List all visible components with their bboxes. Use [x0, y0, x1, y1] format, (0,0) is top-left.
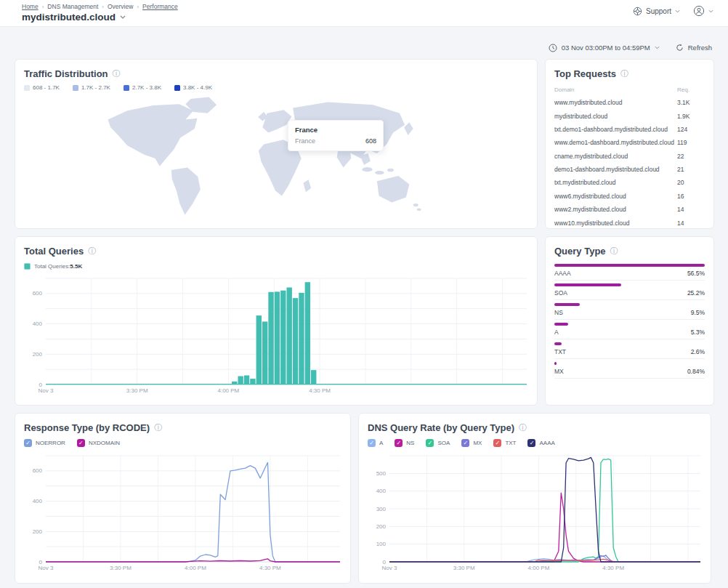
row-domain: txt.demo1-dashboard.mydistributed.cloud [554, 126, 677, 133]
svg-text:600: 600 [33, 290, 43, 297]
column-domain: Domain [554, 86, 677, 93]
legend-label: NXDOMAIN [89, 440, 120, 446]
checkbox-checked-icon: ✓ [77, 439, 85, 447]
legend-label: TXT [505, 440, 516, 446]
filters-toolbar: 03 Nov 03:00PM to 04:59PM Refresh [0, 27, 728, 59]
info-icon[interactable]: ⓘ [88, 247, 96, 255]
table-row: www.mydistributed.cloud3.1K [554, 96, 705, 109]
legend-label: SOA [437, 440, 450, 446]
card-title: Traffic Distribution [24, 68, 108, 79]
query-type-percent: 2.6% [691, 348, 705, 355]
query-rate-legend-item[interactable]: ✓MX [461, 439, 482, 447]
legend-label: A [379, 440, 383, 446]
query-rate-legend-item[interactable]: ✓AAAA [527, 439, 554, 447]
checkbox-checked-icon: ✓ [527, 439, 535, 447]
info-icon[interactable]: ⓘ [154, 424, 162, 432]
query-rate-legend-item[interactable]: ✓SOA [426, 439, 450, 447]
rcode-legend-item[interactable]: ✓NOERROR [24, 439, 65, 447]
svg-text:100: 100 [376, 541, 387, 547]
breadcrumb-separator: › [137, 4, 139, 10]
svg-text:4:00 PM: 4:00 PM [185, 565, 206, 571]
svg-text:400: 400 [33, 321, 43, 327]
rcode-legend-item[interactable]: ✓NXDOMAIN [77, 439, 120, 447]
svg-text:600: 600 [33, 467, 43, 474]
world-map[interactable] [58, 94, 494, 223]
account-menu[interactable] [693, 5, 713, 17]
domain-selector[interactable]: mydistributed.cloud [22, 12, 178, 23]
info-icon[interactable]: ⓘ [620, 70, 628, 78]
query-rate-legend-item[interactable]: ✓NS [395, 439, 414, 447]
total-queries-legend[interactable]: Total Queries:5.5K [24, 263, 528, 270]
response-type-chart: 0200400600Nov 33:30 PM4:00 PM4:30 PM [24, 451, 341, 576]
query-type-bar [554, 342, 562, 345]
legend-swatch [24, 263, 31, 270]
traffic-legend-item[interactable]: 1.7K - 2.7K [73, 84, 110, 91]
svg-text:3:30 PM: 3:30 PM [126, 387, 148, 394]
query-type-label: SOA [554, 289, 567, 297]
query-type-label: MX [554, 368, 564, 375]
breadcrumb-item[interactable]: DNS Management [47, 3, 98, 10]
traffic-legend-item[interactable]: 608 - 1.7K [24, 84, 60, 91]
row-req-count: 22 [677, 153, 705, 160]
table-row: txt.demo1-dashboard.mydistributed.cloud1… [554, 123, 705, 136]
traffic-legend-item[interactable]: 3.8K - 4.9K [174, 84, 212, 91]
legend-label: 608 - 1.7K [33, 84, 60, 91]
svg-text:4:00 PM: 4:00 PM [528, 565, 550, 571]
chevron-down-icon [675, 9, 680, 13]
svg-text:4:30 PM: 4:30 PM [259, 565, 281, 571]
query-type-row: A5.3% [554, 320, 705, 339]
traffic-distribution-card: Traffic Distribution ⓘ 608 - 1.7K1.7K - … [15, 59, 538, 229]
query-type-percent: 9.5% [691, 309, 705, 316]
traffic-legend-item[interactable]: 2.7K - 3.8K [124, 84, 161, 91]
svg-text:400: 400 [33, 498, 43, 504]
row-req-count: 20 [677, 179, 705, 186]
svg-text:3:30 PM: 3:30 PM [110, 565, 132, 571]
dns-query-rate-card: DNS Query Rate (by Query Type) ⓘ ✓A✓NS✓S… [358, 413, 711, 584]
card-title: DNS Query Rate (by Query Type) [368, 422, 514, 433]
user-icon [693, 5, 705, 17]
info-icon[interactable]: ⓘ [519, 424, 527, 432]
query-rate-legend-item[interactable]: ✓TXT [493, 439, 516, 447]
rcode-legend: ✓NOERROR✓NXDOMAIN [24, 439, 341, 447]
breadcrumb-item[interactable]: Performance [142, 3, 178, 10]
row-domain: txt.mydistributed.cloud [554, 179, 677, 186]
tooltip-label: France [295, 137, 315, 145]
date-range-picker[interactable]: 03 Nov 03:00PM to 04:59PM [549, 44, 660, 52]
query-type-bar [554, 283, 621, 286]
support-button[interactable]: Support [633, 7, 680, 16]
dns-query-rate-chart: 0100200300400500Nov 33:30 PM4:00 PM4:30 … [368, 451, 702, 576]
legend-swatch [24, 85, 30, 91]
tooltip-country: France [295, 126, 376, 134]
checkbox-checked-icon: ✓ [395, 439, 403, 447]
breadcrumb: Home›DNS Management›Overview›Performance [22, 3, 178, 10]
table-header: Domain Req. [554, 85, 705, 96]
info-icon[interactable]: ⓘ [610, 247, 618, 255]
checkbox-checked-icon: ✓ [426, 439, 434, 447]
card-title: Response Type (by RCODE) [24, 422, 150, 433]
legend-swatch [124, 85, 129, 91]
svg-text:200: 200 [376, 523, 387, 530]
query-type-label: A [554, 329, 559, 336]
query-type-row: AAAA56.5% [554, 261, 705, 281]
query-type-card: Query Type ⓘ AAAA56.5%SOA25.2%NS9.5%A5.3… [545, 236, 714, 406]
row-req-count: 1.9K [677, 113, 705, 120]
checkbox-checked-icon: ✓ [461, 439, 469, 447]
legend-label: Total Queries:5.5K [34, 263, 82, 270]
refresh-button[interactable]: Refresh [676, 44, 712, 52]
card-title: Query Type [554, 246, 606, 257]
query-rate-legend-item[interactable]: ✓A [368, 439, 383, 447]
top-requests-table: Domain Req. www.mydistributed.cloud3.1Km… [554, 85, 705, 230]
row-req-count: 14 [677, 220, 705, 227]
legend-label: MX [473, 440, 482, 446]
query-type-list: AAAA56.5%SOA25.2%NS9.5%A5.3%TXT2.6%MX0.8… [554, 261, 705, 379]
query-type-percent: 25.2% [687, 289, 705, 297]
info-icon[interactable]: ⓘ [113, 70, 121, 78]
breadcrumb-item[interactable]: Overview [108, 3, 133, 10]
row-domain: www.demo1-dashboard.mydistributed.cloud [554, 139, 677, 146]
breadcrumb-item[interactable]: Home [22, 3, 39, 10]
table-row: www6.mydistributed.cloud16 [554, 190, 705, 203]
page-title: mydistributed.cloud [22, 12, 116, 23]
support-label: Support [646, 7, 671, 15]
legend-label: 1.7K - 2.7K [81, 84, 110, 91]
svg-text:4:30 PM: 4:30 PM [309, 387, 331, 394]
